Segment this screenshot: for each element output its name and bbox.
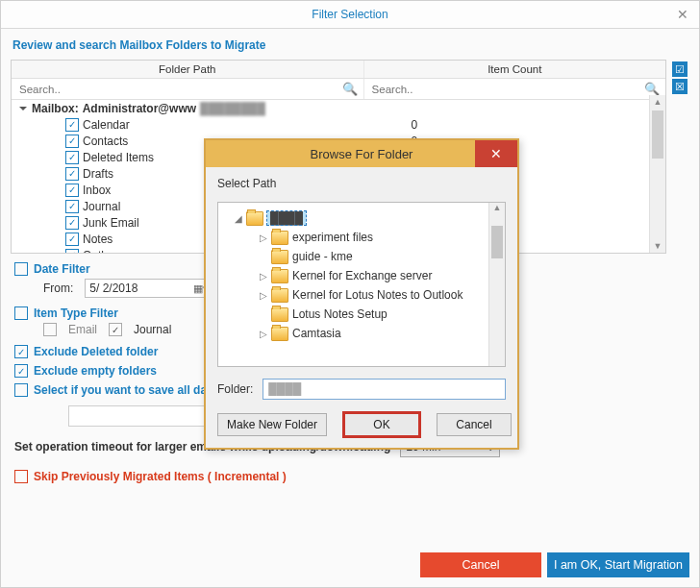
journal-label: Journal (134, 323, 171, 336)
row-checkbox[interactable] (65, 118, 79, 132)
email-label: Email (68, 323, 97, 336)
select-all-button[interactable]: ☑ (672, 61, 688, 77)
mailbox-row[interactable]: Mailbox: Administrator@www ████████ (12, 100, 665, 116)
window-close-button[interactable]: ✕ (666, 1, 699, 28)
tree-item[interactable]: ▷Kernel for Lotus Notes to Outlook (224, 285, 489, 305)
folder-icon (271, 250, 288, 264)
expand-icon[interactable] (19, 107, 27, 110)
tree-item[interactable]: ▷Camtasia (224, 324, 489, 343)
modal-ok-button[interactable]: OK (344, 413, 419, 436)
from-date-value: 5/ 2/2018 (89, 282, 138, 295)
tree-item-name: Lotus Notes Setup (292, 307, 388, 321)
folder-icon (271, 231, 288, 245)
main-cancel-label: Cancel (462, 558, 500, 572)
tree-item-name: Kernel for Lotus Notes to Outlook (292, 288, 462, 302)
tree-item-name: Camtasia (292, 327, 341, 340)
expand-icon[interactable]: ▷ (259, 271, 267, 282)
row-checkbox[interactable] (65, 151, 79, 164)
row-checkbox[interactable] (65, 167, 79, 181)
save-all-checkbox[interactable] (14, 383, 28, 397)
titlebar: Filter Selection ✕ (1, 1, 699, 29)
modal-cancel-label: Cancel (456, 418, 491, 431)
folder-tree[interactable]: ◢ ████ ▷experiment files guide - kme ▷Ke… (217, 202, 506, 367)
tree-item[interactable]: ▷experiment files (224, 228, 489, 247)
start-migration-button[interactable]: I am OK, Start Migration (547, 552, 689, 577)
scroll-thumb[interactable] (652, 110, 663, 159)
scroll-up-icon[interactable]: ▲ (650, 95, 665, 109)
expand-icon[interactable]: ◢ (234, 213, 242, 224)
folder-icon (271, 269, 288, 283)
row-name: Drafts (83, 167, 113, 181)
tree-item[interactable]: Lotus Notes Setup (224, 305, 489, 324)
folder-field: Folder: (217, 379, 506, 400)
search-icon[interactable]: 🔍 (644, 82, 660, 96)
row-name: Deleted Items (83, 151, 154, 164)
folder-icon (271, 288, 288, 303)
scroll-down-icon[interactable]: ▼ (650, 239, 665, 253)
expand-icon[interactable]: ▷ (259, 329, 267, 339)
col-folder-path[interactable]: Folder Path (12, 61, 364, 78)
row-name: Junk Email (83, 216, 139, 230)
modal-title: Browse For Folder (311, 147, 413, 161)
from-date-input[interactable]: 5/ 2/2018 ▦▾ (85, 279, 213, 298)
date-filter-checkbox[interactable] (14, 262, 28, 276)
skip-previous-checkbox[interactable] (14, 470, 28, 483)
folder-table-header: Folder Path Item Count (12, 61, 665, 79)
folder-input[interactable] (262, 379, 506, 400)
row-checkbox[interactable] (65, 233, 79, 246)
expand-icon[interactable]: ▷ (259, 290, 267, 301)
folder-label: Folder: (217, 382, 253, 396)
tree-root[interactable]: ◢ ████ (224, 208, 489, 228)
from-label: From: (43, 282, 73, 295)
row-checkbox[interactable] (65, 184, 79, 197)
row-checkbox[interactable] (65, 249, 79, 254)
journal-checkbox[interactable] (109, 323, 122, 336)
row-checkbox[interactable] (65, 135, 79, 148)
tree-item[interactable]: guide - kme (224, 247, 489, 266)
mailbox-name: Administrator@www (83, 102, 196, 115)
folder-icon (246, 211, 263, 226)
make-new-folder-button[interactable]: Make New Folder (217, 413, 327, 436)
modal-buttons: Make New Folder OK Cancel (217, 413, 506, 436)
item-type-filter-checkbox[interactable] (14, 306, 28, 320)
row-name: Notes (83, 233, 112, 246)
exclude-empty-checkbox[interactable] (14, 364, 28, 378)
modal-cancel-button[interactable]: Cancel (437, 413, 512, 436)
search-count-input[interactable] (370, 83, 606, 96)
scroll-thumb[interactable] (491, 226, 503, 258)
search-icon[interactable]: 🔍 (342, 82, 358, 96)
folder-table-search: 🔍 🔍 (12, 79, 665, 100)
modal-close-button[interactable]: ✕ (475, 140, 517, 167)
select-path-label: Select Path (217, 177, 506, 190)
side-tools: ☑ ☒ (672, 60, 689, 94)
table-row[interactable]: Calendar0 (12, 116, 665, 133)
exclude-deleted-label: Exclude Deleted folder (34, 345, 158, 358)
row-checkbox[interactable] (65, 216, 79, 230)
row-name: Outbox (83, 249, 120, 254)
search-path-cell: 🔍 (12, 79, 364, 99)
save-all-label: Select if you want to save all dat (34, 383, 211, 397)
search-count-cell: 🔍 (364, 79, 665, 99)
window-title: Filter Selection (312, 8, 388, 21)
mailbox-domain-obscured: ████████ (200, 102, 265, 115)
date-filter-label: Date Filter (34, 262, 90, 276)
expand-icon[interactable]: ▷ (259, 233, 267, 243)
mailbox-prefix: Mailbox: (32, 102, 79, 115)
tree-root-name: ████ (267, 211, 306, 225)
folder-icon (271, 307, 288, 322)
table-scrollbar[interactable]: ▲ ▼ (649, 95, 665, 253)
row-name: Inbox (83, 184, 111, 197)
exclude-deleted-checkbox[interactable] (14, 345, 28, 358)
col-item-count[interactable]: Item Count (364, 61, 665, 78)
tree-scrollbar[interactable]: ▲ (488, 203, 505, 366)
make-new-folder-label: Make New Folder (227, 418, 317, 431)
main-cancel-button[interactable]: Cancel (420, 552, 541, 577)
deselect-all-button[interactable]: ☒ (672, 79, 688, 94)
item-type-filter-label: Item Type Filter (34, 306, 118, 320)
search-path-input[interactable] (17, 83, 293, 96)
row-checkbox[interactable] (65, 200, 79, 213)
exclude-empty-label: Exclude empty folders (34, 364, 157, 378)
email-checkbox[interactable] (43, 323, 57, 336)
close-icon: ✕ (677, 7, 688, 22)
tree-item[interactable]: ▷Kernel for Exchange server (224, 266, 489, 285)
